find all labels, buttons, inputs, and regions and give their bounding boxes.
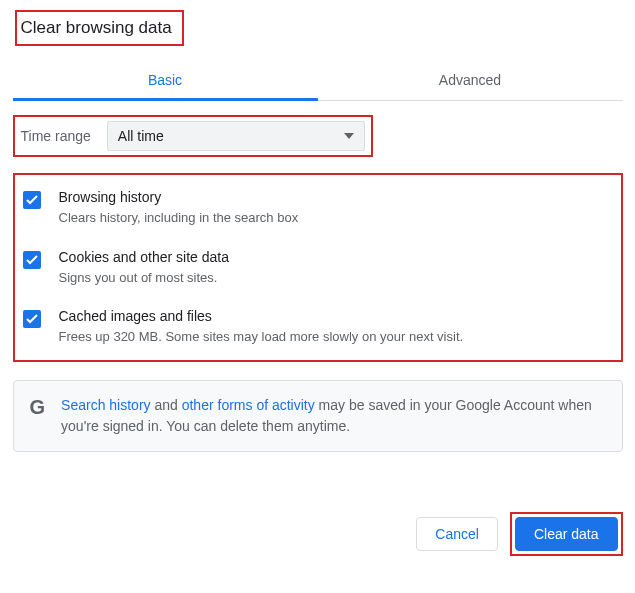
- cancel-button[interactable]: Cancel: [416, 517, 498, 551]
- dialog-footer: Cancel Clear data: [13, 512, 623, 556]
- notice-text: Search history and other forms of activi…: [61, 395, 605, 437]
- option-desc: Clears history, including in the search …: [59, 209, 607, 227]
- clear-browsing-data-dialog: Clear browsing data Basic Advanced Time …: [13, 10, 623, 556]
- checkbox-cached[interactable]: [23, 310, 41, 328]
- options-group: Browsing history Clears history, includi…: [13, 173, 623, 362]
- tab-advanced[interactable]: Advanced: [318, 62, 623, 100]
- checkbox-browsing-history[interactable]: [23, 191, 41, 209]
- option-cached: Cached images and files Frees up 320 MB.…: [23, 308, 607, 346]
- option-desc: Signs you out of most sites.: [59, 269, 607, 287]
- google-account-notice: G Search history and other forms of acti…: [13, 380, 623, 452]
- time-range-row: Time range All time: [13, 115, 373, 157]
- notice-text-mid: and: [151, 397, 182, 413]
- option-cookies: Cookies and other site data Signs you ou…: [23, 249, 607, 287]
- google-g-icon: G: [30, 397, 46, 417]
- option-title: Cached images and files: [59, 308, 607, 324]
- chevron-down-icon: [344, 133, 354, 139]
- time-range-select[interactable]: All time: [107, 121, 365, 151]
- checkbox-cookies[interactable]: [23, 251, 41, 269]
- tabs: Basic Advanced: [13, 62, 623, 101]
- option-browsing-history: Browsing history Clears history, includi…: [23, 189, 607, 227]
- clear-data-button[interactable]: Clear data: [515, 517, 618, 551]
- option-title: Cookies and other site data: [59, 249, 607, 265]
- tab-basic[interactable]: Basic: [13, 62, 318, 100]
- dialog-title: Clear browsing data: [15, 10, 184, 46]
- link-search-history[interactable]: Search history: [61, 397, 150, 413]
- option-desc: Frees up 320 MB. Some sites may load mor…: [59, 328, 607, 346]
- time-range-label: Time range: [21, 128, 91, 144]
- time-range-value: All time: [118, 128, 164, 144]
- option-title: Browsing history: [59, 189, 607, 205]
- link-other-activity[interactable]: other forms of activity: [182, 397, 315, 413]
- clear-data-highlight: Clear data: [510, 512, 623, 556]
